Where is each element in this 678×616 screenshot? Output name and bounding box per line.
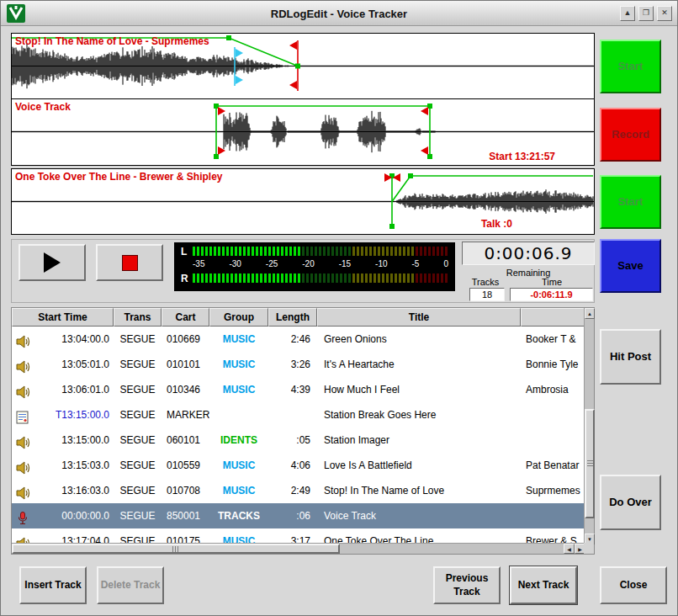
column-header-length[interactable]: Length xyxy=(268,308,317,327)
waveform-track-voice[interactable]: Voice Track Start 13:21:57 xyxy=(11,99,595,166)
meter-bar-left xyxy=(193,247,448,256)
column-header-title[interactable]: Title xyxy=(317,308,521,327)
log-row-4[interactable]: 13:15:00.0SEGUE060101IDENTS:05Station Im… xyxy=(12,427,585,453)
cell-length: 2:49 xyxy=(268,485,317,497)
track-start-time-label: Start 13:21:57 xyxy=(489,151,555,162)
log-row-2[interactable]: 13:06:01.0SEGUE010346MUSIC4:39How Much I… xyxy=(12,377,585,402)
meter-scale-label: -35 xyxy=(193,259,204,268)
column-header-start-time[interactable]: Start Time xyxy=(12,308,114,327)
close-button[interactable]: Close xyxy=(600,566,667,604)
vertical-scrollbar-thumb[interactable] xyxy=(585,409,595,518)
cell-cart: 010101 xyxy=(162,358,209,370)
log-row-6[interactable]: 13:16:03.0SEGUE010708MUSIC2:49Stop! In T… xyxy=(12,478,585,503)
waveform-editor: Stop! In The Name of Love - Suprmemes Vo… xyxy=(11,33,595,235)
save-button[interactable]: Save xyxy=(600,239,661,293)
time-remaining-label: Time xyxy=(511,277,592,287)
transport-panel: L -35-30-25-20-15-10-50 R 0:00:06.9 Rema… xyxy=(11,239,595,303)
audio-level-meter: L -35-30-25-20-15-10-50 R xyxy=(174,242,455,291)
cell-title: Stop! In The Name of Love xyxy=(317,485,521,497)
hit-post-button[interactable]: Hit Post xyxy=(600,329,661,385)
cell-artist: Pat Benatar xyxy=(521,459,585,471)
cell-start-time: T13:15:00.0 xyxy=(12,402,114,427)
cell-start-time: 13:15:00.0 xyxy=(12,427,114,453)
tracks-remaining-label: Tracks xyxy=(466,277,505,287)
cell-start-time: 13:15:03.0 xyxy=(12,453,114,478)
log-row-5[interactable]: 13:15:03.0SEGUE010559MUSIC4:06Love Is A … xyxy=(12,453,585,478)
meter-right-label: R xyxy=(181,273,193,284)
horizontal-scrollbar-thumb[interactable] xyxy=(12,544,340,554)
scroll-left-icon[interactable]: ◀ xyxy=(564,544,575,554)
start-previous-track-button[interactable]: Start xyxy=(600,40,661,93)
start-next-track-button[interactable]: Start xyxy=(600,175,661,229)
thumb-grip xyxy=(587,460,593,468)
maximize-window-icon[interactable]: ❐ xyxy=(638,6,654,21)
elapsed-time-display: 0:00:06.9 xyxy=(462,242,595,265)
do-over-button[interactable]: Do Over xyxy=(600,475,661,530)
close-window-icon[interactable]: ✕ xyxy=(657,6,672,21)
titlebar[interactable]: RDLogEdit - Voice Tracker ▲ ❐ ✕ xyxy=(1,1,677,26)
cell-cart: 010708 xyxy=(162,485,209,497)
time-remaining-value: -0:06:11.9 xyxy=(510,288,593,301)
cell-cart: 010559 xyxy=(162,459,209,471)
record-button[interactable]: Record xyxy=(600,108,661,162)
previous-track-button[interactable]: Previous Track xyxy=(433,566,501,604)
column-header-group[interactable]: Group xyxy=(209,308,268,327)
meter-bar-right xyxy=(193,273,448,283)
meter-scale-label: -20 xyxy=(302,259,314,268)
cell-group: TRACKS xyxy=(209,510,268,522)
window-title: RDLogEdit - Voice Tracker xyxy=(1,8,677,20)
play-icon xyxy=(44,252,61,273)
column-header-trans[interactable]: Trans xyxy=(114,308,162,327)
cell-artist: Suprmemes xyxy=(521,485,585,497)
stop-button[interactable] xyxy=(96,244,163,281)
shade-window-icon[interactable]: ▲ xyxy=(620,6,635,21)
horizontal-scrollbar[interactable]: ◀ ▶ xyxy=(12,543,585,554)
cell-trans: SEGUE xyxy=(114,510,162,522)
voice-tracker-window: RDLogEdit - Voice Tracker ▲ ❐ ✕ Stop! In… xyxy=(0,0,678,616)
cell-artist: Ambrosia xyxy=(521,384,585,396)
cell-start-time: 13:16:03.0 xyxy=(12,478,114,503)
cell-title: Green Onions xyxy=(317,333,521,345)
log-row-1[interactable]: 13:05:01.0SEGUE010101MUSIC3:26It's A Hea… xyxy=(12,352,585,377)
play-button[interactable] xyxy=(19,244,86,281)
thumb-grip xyxy=(172,546,180,552)
log-row-3[interactable]: T13:15:00.0SEGUEMARKERStation Break Goes… xyxy=(12,402,585,427)
insert-track-button[interactable]: Insert Track xyxy=(19,566,87,604)
cell-title: How Much I Feel xyxy=(317,384,521,396)
waveform-track-next[interactable]: One Toke Over The Line - Brewer & Shiple… xyxy=(11,168,595,235)
tracks-remaining-value: 18 xyxy=(469,288,505,301)
cell-cart: 010346 xyxy=(162,384,209,396)
track-title: One Toke Over The Line - Brewer & Shiple… xyxy=(15,171,223,183)
column-header-cart[interactable]: Cart xyxy=(162,308,209,327)
cell-length: :06 xyxy=(268,510,317,522)
track-title: Stop! In The Name of Love - Suprmemes xyxy=(15,35,209,47)
cell-trans: SEGUE xyxy=(114,333,162,345)
cell-trans: SEGUE xyxy=(114,485,162,497)
vertical-scrollbar[interactable]: ▲ ▼ xyxy=(584,308,594,544)
scroll-up-icon[interactable]: ▲ xyxy=(585,308,595,319)
cell-cart: 060101 xyxy=(162,434,209,446)
meter-scale-label: 0 xyxy=(443,259,448,268)
waveform-track-previous[interactable]: Stop! In The Name of Love - Suprmemes xyxy=(11,33,595,99)
column-header-blank[interactable] xyxy=(521,308,585,327)
log-table-body: 13:04:00.0SEGUE010669MUSIC2:46Green Onio… xyxy=(12,327,585,544)
delete-track-button[interactable]: Delete Track xyxy=(97,566,164,604)
log-row-7[interactable]: 00:00:00.0SEGUE850001TRACKS:06Voice Trac… xyxy=(12,503,585,528)
cell-cart: MARKER xyxy=(162,409,209,421)
meter-scale-label: -10 xyxy=(375,259,387,268)
cell-length: :05 xyxy=(268,434,317,446)
cell-artist: Booker T & xyxy=(521,333,585,345)
cell-trans: SEGUE xyxy=(114,459,162,471)
stop-icon xyxy=(122,255,138,271)
speaker-icon xyxy=(16,358,30,377)
cell-cart: 010669 xyxy=(162,333,209,345)
speaker-icon xyxy=(16,459,30,478)
cell-group: MUSIC xyxy=(209,459,268,471)
next-track-button[interactable]: Next Track xyxy=(510,566,577,604)
cell-title: Station Imager xyxy=(317,434,521,446)
log-row-0[interactable]: 13:04:00.0SEGUE010669MUSIC2:46Green Onio… xyxy=(12,327,585,352)
cell-trans: SEGUE xyxy=(114,409,162,421)
cell-length: 3:26 xyxy=(268,358,317,370)
talk-time-label: Talk :0 xyxy=(481,218,512,230)
log-table: 13:04:00.0SEGUE010669MUSIC2:46Green Onio… xyxy=(11,307,595,555)
